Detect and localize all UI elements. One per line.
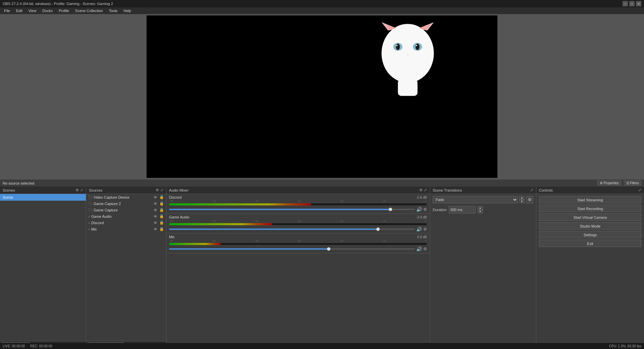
exit-button[interactable]: Exit — [539, 240, 641, 247]
menu-item-file[interactable]: File — [1, 8, 13, 13]
source-item-label: Discord — [91, 221, 152, 225]
source-item[interactable]: ♪ Discord 👁 🔒 — [86, 219, 166, 226]
titlebar-controls: ─ □ ✕ — [623, 1, 641, 6]
audio-track-db: -2.8 dB — [416, 196, 427, 199]
svg-rect-11 — [398, 80, 418, 96]
menu-item-tools[interactable]: Tools — [106, 8, 120, 13]
source-eye-icon[interactable]: 👁 — [154, 208, 157, 212]
scenes-config-icon[interactable]: ⚙ — [75, 188, 79, 192]
start-streaming-button[interactable]: Start Streaming — [539, 196, 641, 203]
source-lock-icon[interactable]: 🔒 — [159, 208, 164, 212]
filters-button[interactable]: ☰ Filters — [624, 181, 641, 186]
properties-button[interactable]: ⚙ Properties — [597, 181, 621, 186]
panels-row: Scenes ⚙ ⤢ Scene + − ▲ ▼ Sources — [0, 187, 644, 349]
live-status: LIVE: 00:00:00 — [3, 344, 25, 348]
controls-expand-icon[interactable]: ⤢ — [638, 188, 641, 192]
scene-item[interactable]: Scene — [0, 194, 86, 201]
audio-settings-button[interactable]: ⚙ — [423, 227, 427, 232]
audio-slider-thumb[interactable] — [327, 247, 330, 251]
audio-slider[interactable] — [169, 247, 415, 251]
sources-expand-icon[interactable]: ⤢ — [160, 188, 163, 192]
source-lock-icon[interactable]: 🔒 — [159, 220, 164, 225]
audio-expand-icon[interactable]: ⤢ — [424, 188, 427, 192]
filter-icon: ☰ — [626, 181, 629, 185]
audio-header-icons: ⚙ ⤢ — [419, 188, 427, 192]
restore-button[interactable]: □ — [629, 1, 635, 6]
audio-mute-button[interactable]: 🔊 — [416, 207, 422, 212]
source-bar: No source selected ⚙ Properties ☰ Filter… — [0, 179, 644, 187]
menu-item-profile[interactable]: Profile — [56, 8, 72, 13]
transition-select[interactable]: Fade Cut Swipe Slide — [433, 196, 518, 203]
audio-title: Audio Mixer — [169, 188, 189, 192]
start-virtual-camera-button[interactable]: Start Virtual Camera — [539, 213, 641, 221]
transition-settings-button[interactable]: ⚙ — [526, 196, 533, 203]
svg-point-7 — [396, 45, 397, 46]
menu-item-scene-collection[interactable]: Scene Collection — [72, 8, 106, 13]
audio-slider-thumb[interactable] — [389, 208, 392, 211]
source-lock-icon[interactable]: 🔒 — [159, 195, 164, 199]
close-button[interactable]: ✕ — [636, 1, 641, 6]
source-item[interactable]: ⬛ Game Capture 2 👁 🔒 — [86, 200, 166, 207]
menu-item-docks[interactable]: Docks — [40, 8, 55, 13]
duration-up-button[interactable]: ▲ — [478, 206, 483, 210]
scenes-expand-icon[interactable]: ⤢ — [80, 188, 83, 192]
menu-item-view[interactable]: View — [26, 8, 39, 13]
audio-settings-button[interactable]: ⚙ — [423, 207, 427, 212]
audio-slider[interactable] — [169, 207, 415, 212]
audio-config-icon[interactable]: ⚙ — [419, 188, 423, 192]
audio-slider[interactable] — [169, 227, 415, 232]
studio-mode-button[interactable]: Studio Mode — [539, 222, 641, 230]
source-lock-icon[interactable]: 🔒 — [159, 227, 164, 231]
source-item[interactable]: ⬛ Video Capture Device 👁 🔒 — [86, 194, 166, 200]
transition-up-button[interactable]: ▲ — [519, 196, 525, 200]
source-item[interactable]: ⬛ Game Capture 👁 🔒 — [86, 207, 166, 213]
sources-title: Sources — [89, 188, 102, 192]
start-recording-button[interactable]: Start Recording — [539, 205, 641, 212]
sources-list: ⬛ Video Capture Device 👁 🔒 ⬛ Game Captur… — [86, 194, 166, 341]
source-item-label: Game Capture 2 — [94, 202, 152, 206]
audio-slider-track — [169, 209, 415, 210]
audio-track-header: Game Audio -3.9 dB — [169, 215, 427, 219]
source-lock-icon[interactable]: 🔒 — [159, 214, 164, 218]
titlebar-title: OBS 27.2.4 (64-bit, windows) - Profile: … — [3, 2, 113, 6]
source-lock-icon[interactable]: 🔒 — [159, 201, 164, 206]
menu-item-help[interactable]: Help — [121, 8, 134, 13]
audio-track: Mic 0.0 dB -60 -50 -40 -30 -20 -10 0 — [166, 234, 430, 253]
cpu-status: CPU: 1.3%, 60.00 fps — [609, 344, 641, 348]
audio-mute-button[interactable]: 🔊 — [416, 227, 422, 232]
source-item[interactable]: ♪ Mic 👁 🔒 — [86, 226, 166, 232]
audio-slider-fill — [169, 209, 390, 210]
transition-type-row: Fade Cut Swipe Slide ▲ ▼ ⚙ — [430, 194, 536, 205]
controls-panel-header: Controls ⤢ — [536, 187, 644, 194]
duration-input[interactable] — [449, 206, 476, 213]
source-eye-icon[interactable]: 👁 — [154, 227, 157, 231]
minimize-button[interactable]: ─ — [623, 1, 628, 6]
audio-mute-button[interactable]: 🔊 — [416, 246, 422, 252]
preview-area — [0, 14, 644, 179]
settings-button[interactable]: Settings — [539, 231, 641, 238]
source-eye-icon[interactable]: 👁 — [154, 195, 157, 199]
duration-row: Duration ▲ ▼ — [430, 205, 536, 215]
audio-slider-thumb[interactable] — [376, 228, 380, 231]
controls-header-icons: ⤢ — [638, 188, 641, 192]
sources-config-icon[interactable]: ⚙ — [156, 188, 159, 192]
source-item[interactable]: ♪ Game Audio 👁 🔒 — [86, 213, 166, 219]
source-eye-icon[interactable]: 👁 — [154, 221, 157, 225]
source-type-icon: ♪ — [88, 227, 90, 231]
audio-meter — [169, 243, 427, 245]
transition-down-button[interactable]: ▼ — [519, 200, 525, 203]
svg-point-2 — [382, 24, 434, 83]
source-type-icon: ⬛ — [88, 208, 92, 212]
audio-track-name: Game Audio — [169, 215, 190, 219]
source-eye-icon[interactable]: 👁 — [154, 214, 157, 218]
audio-track-db: 0.0 dB — [417, 235, 427, 239]
duration-down-button[interactable]: ▼ — [478, 210, 483, 213]
source-item-label: Game Capture — [94, 208, 152, 212]
transitions-expand-icon[interactable]: ⤢ — [530, 188, 533, 192]
source-eye-icon[interactable]: 👁 — [154, 202, 157, 206]
audio-slider-fill — [169, 229, 378, 230]
audio-meter-scale: -60 -50 -40 -30 -20 -10 0 — [169, 220, 427, 222]
menu-item-edit[interactable]: Edit — [13, 8, 25, 13]
audio-settings-button[interactable]: ⚙ — [423, 247, 427, 251]
scenes-title: Scenes — [3, 188, 15, 192]
